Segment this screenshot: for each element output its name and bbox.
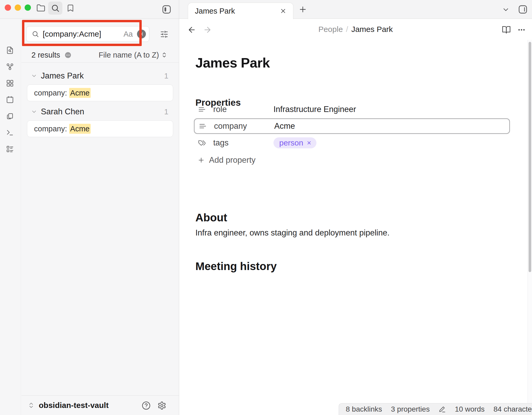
scrollbar-track[interactable]: [528, 40, 532, 403]
results-info-button[interactable]: [64, 52, 72, 59]
result-match-row[interactable]: company: Acme: [27, 120, 173, 137]
sort-order-label: File name (A to Z): [99, 51, 159, 59]
main-pane: People / James Park James Park Propertie…: [179, 19, 532, 415]
traffic-lights: [5, 4, 31, 11]
toggle-left-sidebar-button[interactable]: [161, 3, 173, 15]
property-key[interactable]: tags: [213, 138, 273, 148]
tags-icon[interactable]: [198, 139, 206, 147]
plus-icon: [198, 156, 205, 164]
file-search-icon: [6, 46, 14, 54]
tab-james-park[interactable]: James Park: [188, 3, 293, 19]
note-title: James Park: [195, 55, 270, 71]
edit-mode-icon[interactable]: [438, 406, 446, 413]
properties-count[interactable]: 3 properties: [391, 405, 430, 413]
ribbon-list-details-button[interactable]: [4, 143, 16, 155]
search-settings-button[interactable]: [158, 28, 170, 40]
breadcrumb-current[interactable]: James Park: [351, 25, 393, 34]
match-highlight: Acme: [69, 124, 91, 134]
search-panel: Aa 2 results File name (A to Z) J: [21, 19, 179, 415]
minimize-window-button[interactable]: [15, 4, 21, 11]
search-icon: [51, 4, 60, 13]
zoom-window-button[interactable]: [25, 4, 31, 11]
ellipsis-circle-icon: [64, 52, 72, 59]
ribbon-copy-button[interactable]: [4, 110, 16, 122]
calendar-icon: [6, 96, 14, 104]
text-property-icon[interactable]: [198, 105, 206, 113]
breadcrumb-parent[interactable]: People: [318, 25, 343, 34]
property-key[interactable]: role: [213, 105, 273, 114]
results-header: 2 results File name (A to Z): [21, 48, 179, 62]
terminal-icon: [6, 129, 14, 137]
search-icon: [32, 30, 39, 38]
match-case-toggle[interactable]: Aa: [124, 30, 133, 38]
plus-icon: [298, 5, 307, 14]
list-details-icon: [6, 145, 14, 153]
more-options-button[interactable]: [516, 25, 527, 35]
add-property-label: Add property: [209, 155, 256, 165]
clear-search-button[interactable]: [137, 30, 146, 38]
dashboard-icon: [6, 79, 14, 87]
match-highlight: Acme: [69, 88, 91, 98]
copy-icon: [6, 112, 14, 120]
close-icon: [139, 32, 144, 36]
property-key[interactable]: company: [214, 121, 274, 131]
match-text: company:: [34, 89, 69, 97]
ribbon: [0, 19, 21, 415]
result-group-count: 1: [164, 72, 168, 80]
book-open-icon: [502, 25, 511, 34]
tag-pill-person[interactable]: person: [273, 137, 316, 148]
result-match-row[interactable]: company: Acme: [27, 85, 173, 101]
search-toolbar-button[interactable]: [48, 2, 62, 15]
vault-switcher[interactable]: obsidian-test-vault: [28, 401, 109, 410]
navigate-back-button[interactable]: [187, 25, 197, 35]
view-header: People / James Park: [179, 19, 532, 40]
property-value[interactable]: Infrastructure Engineer: [273, 105, 356, 114]
close-icon: [280, 8, 287, 14]
close-window-button[interactable]: [5, 4, 11, 11]
close-tab-button[interactable]: [278, 6, 288, 16]
breadcrumb-separator: /: [346, 25, 348, 34]
tag-label: person: [279, 138, 303, 147]
result-group-sarah-chen[interactable]: Sarah Chen 1: [21, 105, 179, 118]
reading-mode-button[interactable]: [501, 25, 512, 35]
chevron-down-icon: [502, 6, 510, 14]
result-group-james-park[interactable]: James Park 1: [21, 69, 179, 82]
property-value[interactable]: Acme: [274, 121, 295, 131]
settings-button[interactable]: [157, 400, 167, 411]
bookmarks-button[interactable]: [64, 2, 76, 14]
sort-order-control[interactable]: File name (A to Z): [99, 51, 167, 59]
toggle-right-sidebar-button[interactable]: [517, 3, 529, 15]
property-row-tags: tags person: [194, 135, 510, 151]
open-folder-button[interactable]: [35, 2, 47, 14]
ribbon-graph-button[interactable]: [4, 61, 16, 72]
ribbon-file-search-button[interactable]: [4, 44, 16, 56]
breadcrumb: People / James Park: [179, 19, 532, 40]
result-group-count: 1: [164, 108, 168, 116]
panel-divider: [21, 62, 179, 63]
remove-tag-icon[interactable]: [306, 140, 312, 145]
about-heading: About: [195, 211, 227, 224]
new-tab-button[interactable]: [297, 3, 309, 15]
vault-name: obsidian-test-vault: [39, 401, 109, 410]
tab-title: James Park: [195, 7, 278, 15]
ribbon-dashboard-button[interactable]: [4, 77, 16, 89]
arrow-right-icon: [203, 25, 212, 34]
navigate-forward-button[interactable]: [202, 25, 213, 35]
search-box: Aa: [26, 26, 149, 42]
ribbon-terminal-button[interactable]: [4, 127, 16, 138]
search-input[interactable]: [43, 30, 122, 38]
help-button[interactable]: [141, 400, 151, 411]
sidebar-divider: [179, 0, 179, 415]
backlinks-count[interactable]: 8 backlinks: [346, 405, 382, 413]
add-property-button[interactable]: Add property: [194, 153, 258, 167]
tab-list-button[interactable]: [500, 4, 512, 15]
panel-left-icon: [162, 4, 172, 14]
scrollbar-thumb[interactable]: [529, 42, 531, 272]
result-group-title: Sarah Chen: [41, 107, 84, 116]
status-bar: 8 backlinks 3 properties 10 words 84 cha…: [339, 403, 532, 415]
sliders-icon: [160, 30, 168, 38]
title-bar: James Park: [0, 0, 532, 19]
text-property-icon[interactable]: [199, 122, 207, 130]
ribbon-calendar-button[interactable]: [4, 94, 16, 105]
property-row-company[interactable]: company Acme: [194, 118, 510, 134]
